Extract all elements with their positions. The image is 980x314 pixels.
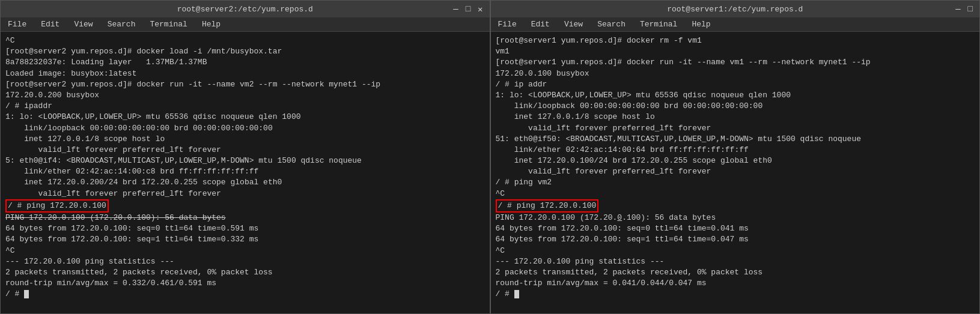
menu-bar-left: File Edit View Search Terminal Help <box>1 17 490 32</box>
terminal-ping-highlight-left: / # ping 172.20.0.100 <box>5 201 109 210</box>
menu-help-right[interactable]: Help <box>689 19 713 29</box>
terminal-output-right: [root@server1 yum.repos.d]# docker rm -f… <box>496 35 975 199</box>
terminal-ping-output-left: PING 172.20.0.100 (172.20.0.100): 56 dat… <box>5 213 485 300</box>
menu-terminal-left[interactable]: Terminal <box>147 19 189 29</box>
menu-help-left[interactable]: Help <box>199 19 223 29</box>
minimize-button-left[interactable]: — <box>451 4 460 14</box>
cursor-right <box>514 290 519 298</box>
window-title-left: root@server2:/etc/yum.repos.d <box>5 5 485 14</box>
title-bar-left: root@server2:/etc/yum.repos.d — □ ✕ <box>1 1 490 17</box>
minimize-button-right[interactable]: — <box>954 4 962 14</box>
window-controls-left: — □ ✕ <box>451 4 484 14</box>
menu-search-left[interactable]: Search <box>105 19 138 29</box>
menu-file-right[interactable]: File <box>496 19 519 29</box>
terminal-output-left: ^C [root@server2 yum.repos.d]# docker lo… <box>5 35 485 199</box>
window-title-right: root@server1:/etc/yum.repos.d <box>496 5 975 14</box>
terminal-ping-highlight-right: / # ping 172.20.0.100 <box>496 201 599 210</box>
terminal-window-right[interactable]: root@server1:/etc/yum.repos.d — □ File E… <box>490 0 981 314</box>
cursor-left <box>24 290 29 298</box>
menu-edit-right[interactable]: Edit <box>529 19 552 29</box>
menu-terminal-right[interactable]: Terminal <box>638 19 680 29</box>
terminal-window-left[interactable]: root@server2:/etc/yum.repos.d — □ ✕ File… <box>0 0 490 314</box>
terminal-body-right[interactable]: [root@server1 yum.repos.d]# docker rm -f… <box>491 32 980 313</box>
menu-view-right[interactable]: View <box>562 19 585 29</box>
title-bar-right: root@server1:/etc/yum.repos.d — □ <box>491 1 980 17</box>
window-controls-right: — □ <box>954 4 975 14</box>
terminal-body-left[interactable]: ^C [root@server2 yum.repos.d]# docker lo… <box>1 32 490 313</box>
maximize-button-right[interactable]: □ <box>966 4 975 14</box>
menu-view-left[interactable]: View <box>72 19 95 29</box>
menu-file-left[interactable]: File <box>5 19 29 29</box>
close-button-left[interactable]: ✕ <box>476 4 484 14</box>
menu-bar-right: File Edit View Search Terminal Help <box>491 17 980 32</box>
menu-edit-left[interactable]: Edit <box>38 19 62 29</box>
terminal-ping-output-right: PING 172.20.0.100 (172.20.0.100): 56 dat… <box>496 213 975 300</box>
maximize-button-left[interactable]: □ <box>464 4 472 14</box>
menu-search-right[interactable]: Search <box>595 19 628 29</box>
